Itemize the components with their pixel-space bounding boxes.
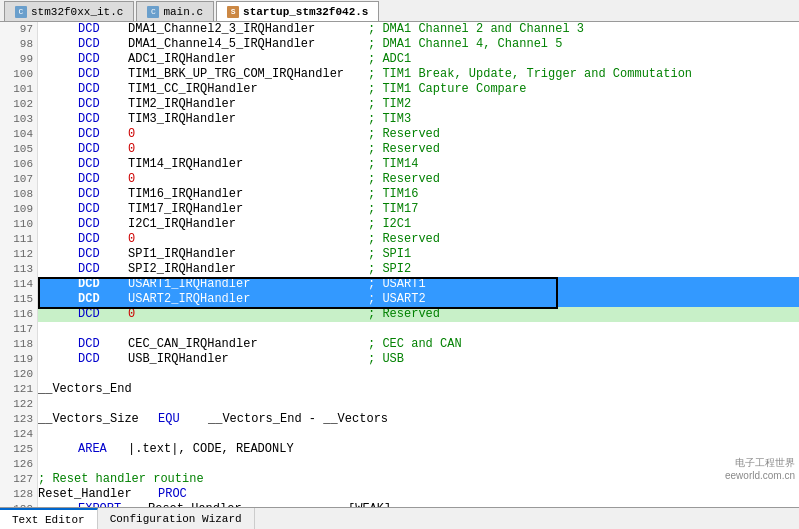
tab-main[interactable]: C main.c [136,1,214,21]
code-line-98: DCD DMA1_Channel4_5_IRQHandler ; DMA1 Ch… [38,37,799,52]
code-content[interactable]: DCD DMA1_Channel2_3_IRQHandler ; DMA1 Ch… [38,22,799,507]
code-line-117 [38,322,799,337]
code-line-123: __Vectors_Size EQU __Vectors_End - __Vec… [38,412,799,427]
code-line-115: DCD USART2_IRQHandler ; USART2 [38,292,799,307]
code-line-124 [38,427,799,442]
code-line-128: Reset_Handler PROC [38,487,799,502]
code-line-101: DCD TIM1_CC_IRQHandler ; TIM1 Capture Co… [38,82,799,97]
code-line-97: DCD DMA1_Channel2_3_IRQHandler ; DMA1 Ch… [38,22,799,37]
line-numbers: 97 98 99 100 101 102 103 104 105 106 107… [0,22,38,507]
code-line-114: DCD USART1_IRQHandler ; USART1 [38,277,799,292]
code-line-125: AREA |.text|, CODE, READONLY [38,442,799,457]
code-line-100: DCD TIM1_BRK_UP_TRG_COM_IRQHandler ; TIM… [38,67,799,82]
tab-stm32f0xx[interactable]: C stm32f0xx_it.c [4,1,134,21]
code-line-112: DCD SPI1_IRQHandler ; SPI1 [38,247,799,262]
c-file-icon2: C [147,6,159,18]
tab-startup[interactable]: S startup_stm32f042.s [216,1,379,21]
code-line-108: DCD TIM16_IRQHandler ; TIM16 [38,187,799,202]
code-line-119: DCD USB_IRQHandler ; USB [38,352,799,367]
code-line-127: ; Reset handler routine [38,472,799,487]
code-line-99: DCD ADC1_IRQHandler ; ADC1 [38,52,799,67]
code-line-122 [38,397,799,412]
tab-text-editor[interactable]: Text Editor [0,508,98,530]
editor-area: 97 98 99 100 101 102 103 104 105 106 107… [0,22,799,507]
code-line-104: DCD 0 ; Reserved [38,127,799,142]
code-line-113: DCD SPI2_IRQHandler ; SPI2 [38,262,799,277]
code-line-111: DCD 0 ; Reserved [38,232,799,247]
code-line-120 [38,367,799,382]
code-line-118: DCD CEC_CAN_IRQHandler ; CEC and CAN [38,337,799,352]
code-line-109: DCD TIM17_IRQHandler ; TIM17 [38,202,799,217]
code-line-126 [38,457,799,472]
s-file-icon: S [227,6,239,18]
code-line-103: DCD TIM3_IRQHandler ; TIM3 [38,112,799,127]
code-line-121: __Vectors_End [38,382,799,397]
code-line-129: EXPORT Reset_Handler [WEAK] [38,502,799,507]
code-line-110: DCD I2C1_IRQHandler ; I2C1 [38,217,799,232]
code-line-116: DCD 0 ; Reserved [38,307,799,322]
code-line-106: DCD TIM14_IRQHandler ; TIM14 [38,157,799,172]
bottom-tab-bar: Text Editor Configuration Wizard [0,507,799,529]
tab-config-wizard[interactable]: Configuration Wizard [98,508,255,530]
tab-bar: C stm32f0xx_it.c C main.c S startup_stm3… [0,0,799,22]
c-file-icon: C [15,6,27,18]
code-line-102: DCD TIM2_IRQHandler ; TIM2 [38,97,799,112]
code-line-105: DCD 0 ; Reserved [38,142,799,157]
watermark: 电子工程世界 eeworld.com.cn [725,456,795,481]
code-line-107: DCD 0 ; Reserved [38,172,799,187]
